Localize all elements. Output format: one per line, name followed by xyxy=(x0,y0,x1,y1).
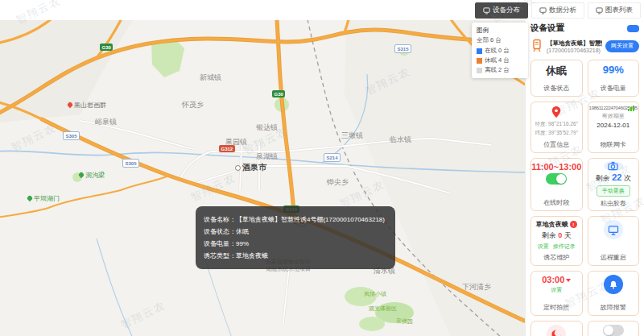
map-label-green-label: 观光体验区 xyxy=(369,305,397,313)
trap-device-icon xyxy=(530,39,543,53)
road-shield: S305 xyxy=(122,159,139,168)
device-name: 【草地贪夜蛾】智慧性诱4号棚 (1720001070463218) xyxy=(547,39,602,53)
road-shield: G30 xyxy=(272,90,285,97)
data-analysis-icon xyxy=(539,7,547,15)
device-monitor-app: { "watermark_text": "智翔云农", "tabs": [ {"… xyxy=(0,0,644,336)
alert-badge: ! xyxy=(570,221,577,228)
battery-value: 99% xyxy=(603,64,624,76)
panel-title: 设备设置 xyxy=(530,23,564,34)
device-row[interactable]: 【草地贪夜蛾】智慧性诱4号棚 (1720001070463218) 网关设置 xyxy=(530,35,639,56)
online-period-value: 11:00~13:00 xyxy=(531,162,581,172)
map-label-green-label: 风情小镇 xyxy=(364,290,386,298)
alarm-bell-icon xyxy=(604,275,623,294)
map-label-town: 新城镇 xyxy=(200,73,221,83)
operation-log-link[interactable]: 操作记录 xyxy=(553,243,576,251)
legend-item-online: 在线 0 台 xyxy=(477,47,523,55)
lure-pest-name: 草地贪夜蛾 xyxy=(536,220,568,229)
lure-settings-link[interactable]: 设置 xyxy=(538,243,549,251)
card-sim[interactable]: 19861122247046025095 有效期至 2024-12-01 物联网… xyxy=(588,102,640,153)
manual-replace-button[interactable]: 手动更换 xyxy=(597,185,630,197)
map-label-town: 峪泉镇 xyxy=(95,117,117,127)
map-label-green-label: 采摘园 xyxy=(396,317,413,326)
road-shield: S214 xyxy=(324,153,341,162)
map-label-town: 三墩镇 xyxy=(341,131,363,141)
view-tabs: 设备分布 数据分析 图表列表 xyxy=(475,2,641,19)
card-lure-maintenance: 草地贪夜蛾! 剩余 0 天 设置操作记录 诱芯维护 xyxy=(530,216,583,266)
panel-collapse-badge[interactable] xyxy=(627,25,639,32)
map-legend: 图例 全部 6 台 在线 0 台 休眠 4 台 离线 2 台 xyxy=(472,23,528,78)
remote-reboot-icon xyxy=(604,220,623,239)
map-label-poi-green: 洞沟梁 xyxy=(79,171,105,180)
device-settings-panel: 设备设置 【草地贪夜蛾】智慧性诱4号棚 (1720001070463218) 网… xyxy=(525,20,644,336)
film-icon xyxy=(604,161,623,171)
card-device-status: 休眠 设备状态 xyxy=(530,60,583,97)
map-label-town: 铧尖乡 xyxy=(327,177,349,188)
device-id: (1720001070463218) xyxy=(547,48,602,53)
card-sticky-film: 剩余 22 次 手动更换 粘虫胶卷 xyxy=(588,158,640,211)
panel-header: 设备设置 xyxy=(530,23,639,34)
card-remote-reboot[interactable]: 远程重启 xyxy=(588,216,640,266)
map-label-town: 下河清乡 xyxy=(462,282,491,292)
device-distribution-icon xyxy=(483,7,490,15)
engineering-mode-toggle[interactable] xyxy=(603,325,624,336)
legend-title: 图例 xyxy=(477,27,523,35)
settings-cards-grid: 休眠 设备状态 99% 设备电量 经度: 98°21'16.26" 纬度: 39… xyxy=(530,60,639,336)
chevron-down-icon[interactable] xyxy=(566,279,571,282)
card-fault-alarm[interactable]: 故障报警 xyxy=(588,271,640,316)
road-shield: G30 xyxy=(100,44,113,51)
film-remaining-count: 22 xyxy=(612,172,621,182)
sleep-color-swatch xyxy=(477,58,482,64)
photo-settings-link[interactable]: 设置 xyxy=(551,286,562,294)
latitude-value: 纬度: 39°35'52.79" xyxy=(535,129,579,136)
tab-data-analysis[interactable]: 数据分析 xyxy=(531,2,584,19)
card-scheduled-photo: 03:00 设置 定时拍照 xyxy=(530,271,583,316)
map-canvas[interactable]: 新城镇怀茂乡峪泉镇银达镇果园镇泉湖镇三墩镇临水镇铧尖乡清水镇下河清乡酒泉市黑山岩… xyxy=(0,20,525,336)
card-location[interactable]: 经度: 98°21'16.26" 纬度: 39°35'52.79" 位置信息 xyxy=(530,102,583,153)
tooltip-device-battery: 设备电量：99% xyxy=(204,238,387,250)
top-bar: 设备分布 数据分析 图表列表 xyxy=(0,0,644,20)
legend-item-offline: 离线 2 台 xyxy=(477,66,523,74)
legend-total: 全部 6 台 xyxy=(477,36,523,44)
legend-item-sleep: 休眠 4 台 xyxy=(477,56,523,64)
photo-time-value: 03:00 xyxy=(542,275,564,284)
tab-chart-list[interactable]: 图表列表 xyxy=(588,2,641,19)
map-label-city: 酒泉市 xyxy=(235,162,266,173)
tooltip-device-status: 设备状态：休眠 xyxy=(204,226,387,238)
road-shield: S315 xyxy=(394,44,411,53)
device-status-value: 休眠 xyxy=(546,64,567,78)
road-shield: S305 xyxy=(63,131,80,140)
map-label-town: 泉湖镇 xyxy=(256,151,278,162)
map-label-poi-green: 平坝湖门 xyxy=(27,194,60,203)
moon-icon xyxy=(547,325,566,336)
card-long-sleep[interactable]: 长休眠 xyxy=(530,321,583,336)
map-label-town: 怀茂乡 xyxy=(182,100,204,110)
map-label-poi-red: 黑山岩画群 xyxy=(68,101,106,110)
online-period-toggle[interactable] xyxy=(546,173,567,185)
tooltip-lure-type: 诱芯类型：草地贪夜蛾 xyxy=(204,250,387,262)
lure-remaining-days: 0 xyxy=(558,231,562,239)
chart-list-icon xyxy=(596,7,603,15)
tooltip-device-name: 设备名称：【草地贪夜蛾】智慧性诱4号棚(1720001070463218) xyxy=(204,214,387,226)
gateway-settings-button[interactable]: 网关设置 xyxy=(605,40,639,52)
device-tooltip: 设备名称：【草地贪夜蛾】智慧性诱4号棚(1720001070463218) 设备… xyxy=(196,206,395,269)
road-shield: G312 xyxy=(219,145,235,152)
offline-color-swatch xyxy=(477,68,482,73)
signal-icon xyxy=(628,106,634,111)
longitude-value: 经度: 98°21'16.26" xyxy=(535,120,579,127)
card-engineering-mode: 工程模式 xyxy=(588,321,640,336)
map-label-town: 银达镇 xyxy=(256,122,278,133)
location-pin-icon xyxy=(551,106,562,118)
card-device-battery: 99% 设备电量 xyxy=(588,60,640,97)
map-label-town: 临水镇 xyxy=(390,135,411,145)
card-online-period: 11:00~13:00 在线时段 xyxy=(530,158,583,211)
online-color-swatch xyxy=(477,48,482,54)
tab-device-distribution[interactable]: 设备分布 xyxy=(475,2,528,19)
sim-valid-date: 2024-12-01 xyxy=(597,122,630,129)
